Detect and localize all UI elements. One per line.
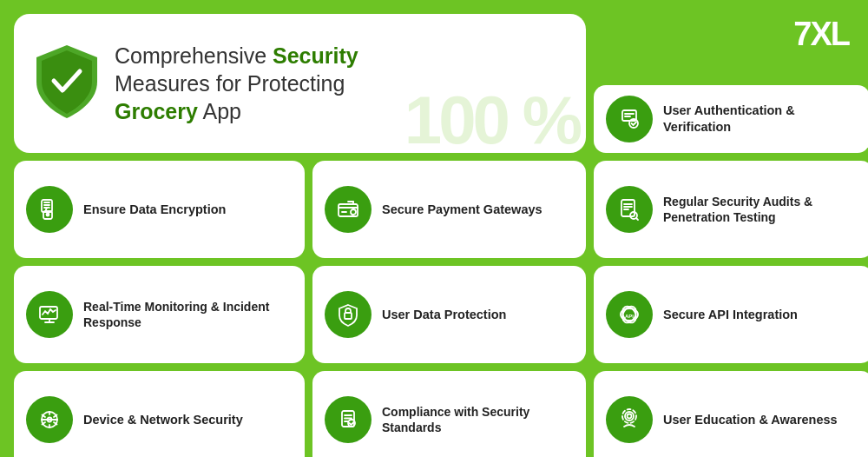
payment-label: Secure Payment Gateways <box>382 202 542 218</box>
education-icon-circle <box>606 396 653 443</box>
secure-api-card: API Secure API Integration <box>594 266 868 363</box>
api-icon-circle: API <box>606 291 653 338</box>
monitoring-icon-circle <box>26 291 73 338</box>
shield-icon <box>31 42 102 125</box>
header-title: Comprehensive Security Measures for Prot… <box>115 42 358 125</box>
data-protection-label: User Data Protection <box>382 307 506 323</box>
data-protection-icon-circle <box>325 291 372 338</box>
auth-label: User Authentication & Verification <box>663 103 858 136</box>
svg-rect-16 <box>621 200 635 216</box>
encryption-label: Ensure Data Encryption <box>83 202 226 218</box>
payment-icon-circle <box>325 186 372 233</box>
svg-point-13 <box>351 209 356 215</box>
security-audits-card: Regular Security Audits & Penetration Te… <box>594 161 868 258</box>
auth-icon-circle <box>606 96 653 142</box>
audits-icon-circle <box>606 186 653 233</box>
compliance-label: Compliance with Security Standards <box>382 404 574 435</box>
header-card: Comprehensive Security Measures for Prot… <box>14 14 586 153</box>
user-data-protection-card: User Data Protection <box>312 266 586 363</box>
device-network-card: Device & Network Security <box>14 371 305 457</box>
svg-point-40 <box>625 412 634 421</box>
header-watermark: 100 % <box>404 81 579 153</box>
encryption-icon-circle <box>26 186 73 233</box>
api-label: Secure API Integration <box>663 307 798 323</box>
device-icon-circle <box>26 396 73 443</box>
audits-label: Regular Security Audits & Penetration Te… <box>663 194 861 225</box>
svg-point-42 <box>628 414 632 419</box>
svg-point-9 <box>47 214 49 216</box>
device-label: Device & Network Security <box>83 412 243 428</box>
secure-payment-card: Secure Payment Gateways <box>312 161 586 258</box>
svg-rect-25 <box>345 313 352 319</box>
auth-card: User Authentication & Verification <box>594 85 868 153</box>
compliance-icon-circle <box>325 396 372 443</box>
realtime-monitoring-card: Real-Time Monitoring & Incident Response <box>14 266 305 363</box>
svg-text:API: API <box>625 314 634 319</box>
brand-logo: 7XL <box>793 16 849 53</box>
user-education-card: User Education & Awareness <box>594 371 868 457</box>
svg-line-21 <box>636 218 638 220</box>
compliance-card: Compliance with Security Standards <box>312 371 586 457</box>
education-label: User Education & Awareness <box>663 412 838 428</box>
ensure-data-encryption-card: Ensure Data Encryption <box>14 161 305 258</box>
monitoring-label: Real-Time Monitoring & Incident Response <box>83 299 293 330</box>
